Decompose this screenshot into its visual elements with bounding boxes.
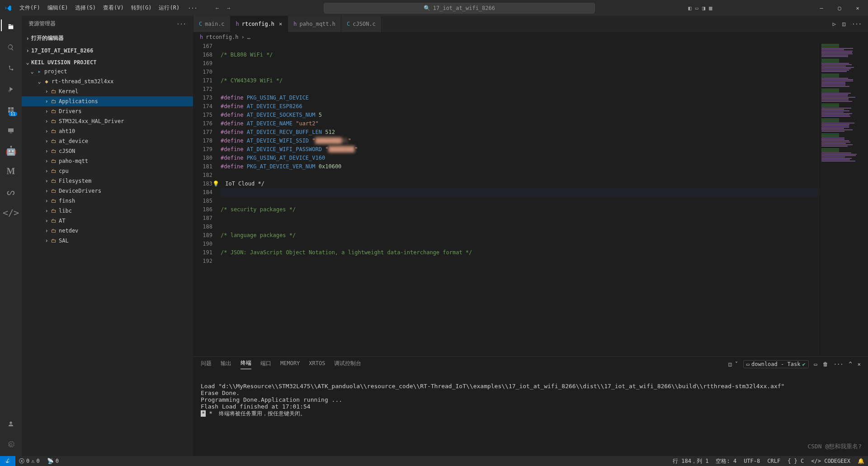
tree-item[interactable]: ›🗀Drivers <box>22 106 193 116</box>
split-editor-icon[interactable]: ◫ <box>842 21 845 27</box>
panel-tab[interactable]: 终端 <box>241 359 251 369</box>
status-radio[interactable]: 📡 0 <box>43 458 62 464</box>
tree-item[interactable]: ›🗀paho-mqtt <box>22 156 193 166</box>
run-icon[interactable]: ▷ <box>833 21 836 27</box>
maximize-panel-icon[interactable]: ^ <box>849 361 852 367</box>
terminal-output[interactable]: Load "d:\\MyResource\\STM32L475\\ATK_pan… <box>193 371 868 456</box>
minimize-icon[interactable]: — <box>815 5 828 11</box>
terminal-split-icon[interactable]: ◫ ˅ <box>728 361 737 367</box>
panel-tab[interactable]: 端口 <box>260 360 271 369</box>
editor-tab[interactable]: Cmain.c <box>193 16 231 32</box>
toggle-secondary-sidebar-icon[interactable]: ◨ <box>702 5 705 11</box>
extensions-icon[interactable]: 11 <box>7 104 14 114</box>
m-icon[interactable]: M <box>7 166 15 176</box>
status-eol[interactable]: CRLF <box>764 457 784 465</box>
status-encoding[interactable]: UTF-8 <box>740 457 764 465</box>
tree-item[interactable]: ›🗀libc <box>22 206 193 216</box>
task-badge[interactable]: ▭ download - Task ✔ <box>743 360 809 368</box>
robot-icon[interactable]: 🤖 <box>5 145 17 156</box>
status-codegeex[interactable]: </> CODEGEEX <box>807 457 854 465</box>
close-tab-icon[interactable]: × <box>279 21 282 27</box>
sidebar-more-icon[interactable]: ··· <box>176 21 186 27</box>
folder-icon: 🗀 <box>50 198 58 204</box>
code-editor[interactable]: 1671681691701711721731741751761771781791… <box>193 42 868 357</box>
code-content[interactable]: /* BL808 WiFi */ /* CYW43439 WiFi */ #de… <box>221 42 818 357</box>
toggle-primary-sidebar-icon[interactable]: ◧ <box>688 5 691 11</box>
remote-explorer-icon[interactable] <box>7 124 14 135</box>
new-terminal-icon[interactable]: ▭ <box>814 361 817 367</box>
remote-indicator-icon[interactable]: ⫝̸ <box>0 456 15 466</box>
menu-item[interactable]: 运行(R) <box>155 4 183 12</box>
menu-item[interactable]: 选择(S) <box>71 4 99 12</box>
octopus-icon[interactable]: ᔕ <box>7 186 15 197</box>
explorer-icon[interactable] <box>7 20 14 31</box>
menu-item[interactable]: 文件(F) <box>16 4 44 12</box>
panel-tab[interactable]: XRTOS <box>309 360 325 368</box>
workspace-section[interactable]: ›17_IOT_AT_WIFI_8266 <box>22 47 193 55</box>
menu-item[interactable]: 编辑(E) <box>44 4 72 12</box>
tab-more-icon[interactable]: ··· <box>852 21 862 27</box>
toggle-panel-icon[interactable]: ▭ <box>695 5 698 11</box>
status-line-col[interactable]: 行 184，列 1 <box>669 457 712 465</box>
chevron-icon: › <box>43 108 50 114</box>
brackets-icon[interactable]: </> <box>3 207 19 218</box>
nav-forward-icon[interactable]: → <box>227 5 230 11</box>
command-center[interactable]: 🔍 17_iot_at_wifi_8266 <box>324 3 595 14</box>
editor-area: Cmain.chrtconfig.h×hpaho_mqtt.hCcJSON.c … <box>193 16 868 456</box>
account-icon[interactable] <box>7 418 14 428</box>
menu-more-icon[interactable]: ··· <box>183 5 202 11</box>
status-errors[interactable]: ⓧ 0 ⚠ 0 <box>15 457 43 465</box>
panel-actions: ◫ ˅ ▭ download - Task ✔ ▭ 🗑 ··· ^ ✕ <box>728 360 861 368</box>
status-indent[interactable]: 空格: 4 <box>712 457 740 465</box>
status-language[interactable]: { } C <box>784 457 807 465</box>
editor-tab[interactable]: hpaho_mqtt.h <box>288 16 341 32</box>
breadcrumb[interactable]: h rtconfig.h › … <box>193 32 868 42</box>
close-panel-icon[interactable]: ✕ <box>858 361 861 367</box>
menu-item[interactable]: 转到(G) <box>127 4 156 12</box>
run-debug-icon[interactable] <box>7 83 14 94</box>
tree-item[interactable]: ⌄◆rt-thread_stm32l4xx <box>22 76 193 86</box>
panel-tab[interactable]: MEMORY <box>280 360 300 368</box>
tree-item[interactable]: ›🗀cpu <box>22 166 193 176</box>
minimap[interactable] <box>818 42 868 357</box>
editor-tab[interactable]: hrtconfig.h× <box>231 16 288 32</box>
tab-label: cJSON.c <box>353 21 376 27</box>
status-notifications-icon[interactable]: 🔔 <box>854 457 868 465</box>
tree-label: SAL <box>58 238 69 244</box>
tree-item[interactable]: ›🗀Filesystem <box>22 176 193 186</box>
editor-tab[interactable]: CcJSON.c <box>341 16 382 32</box>
kill-terminal-icon[interactable]: 🗑 <box>823 361 828 367</box>
tree-label: DeviceDrivers <box>58 188 101 194</box>
tree-item[interactable]: ›🗀aht10 <box>22 126 193 136</box>
panel-tab[interactable]: 输出 <box>221 360 231 369</box>
chevron-icon: › <box>43 158 50 164</box>
customize-layout-icon[interactable]: ▦ <box>709 5 712 11</box>
nav-back-icon[interactable]: ← <box>216 5 219 11</box>
folder-icon: 🗀 <box>50 208 58 214</box>
menu-bar: 文件(F)编辑(E)选择(S)查看(V)转到(G)运行(R) <box>16 4 183 12</box>
tree-item[interactable]: ›🗀STM32L4xx_HAL_Driver <box>22 116 193 126</box>
maximize-icon[interactable]: ▢ <box>833 5 846 11</box>
tree-item[interactable]: ›🗀at_device <box>22 136 193 146</box>
panel-tab[interactable]: 问题 <box>201 360 212 369</box>
close-icon[interactable]: ✕ <box>851 5 864 11</box>
source-control-icon[interactable] <box>7 62 14 73</box>
tree-item[interactable]: ›🗀SAL <box>22 236 193 246</box>
tree-item[interactable]: ›🗀DeviceDrivers <box>22 186 193 196</box>
open-editors-section[interactable]: ›打开的编辑器 <box>22 33 193 43</box>
tree-item[interactable]: ⌄▸project <box>22 67 193 76</box>
tree-item[interactable]: ›🗀netdev <box>22 226 193 236</box>
settings-gear-icon[interactable] <box>7 438 14 449</box>
tree-item[interactable]: ›🗀Kernel <box>22 86 193 96</box>
tree-item[interactable]: ›🗀Applications <box>22 96 193 106</box>
tree-item[interactable]: ›🗀finsh <box>22 196 193 206</box>
search-icon[interactable] <box>7 41 14 52</box>
keil-section[interactable]: ⌄KEIL UVISION PROJECT <box>22 58 193 67</box>
panel-tab[interactable]: 调试控制台 <box>334 360 361 369</box>
lightbulb-icon[interactable]: 💡 <box>212 181 219 187</box>
tree-item[interactable]: ›🗀AT <box>22 216 193 226</box>
tree-item[interactable]: ›🗀cJSON <box>22 146 193 156</box>
menu-item[interactable]: 查看(V) <box>99 4 127 12</box>
layout-controls: ◧ ▭ ◨ ▦ <box>688 5 712 11</box>
panel-more-icon[interactable]: ··· <box>834 361 844 367</box>
